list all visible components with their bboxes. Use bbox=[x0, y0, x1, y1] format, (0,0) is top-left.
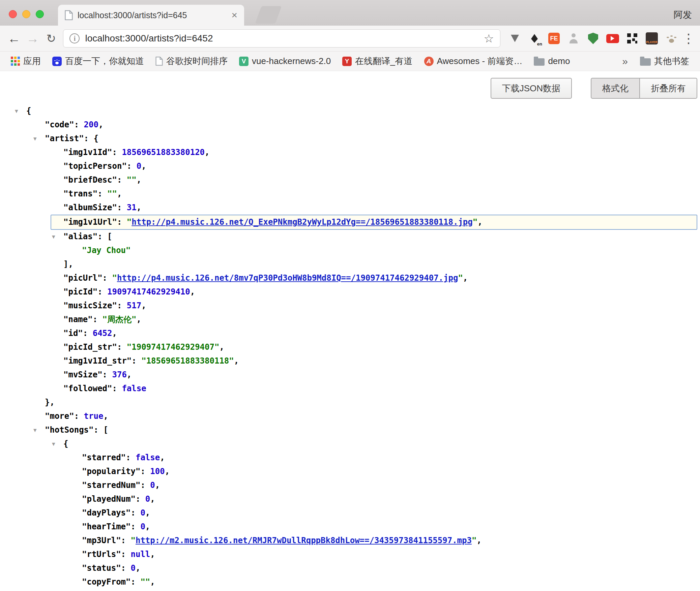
json-token: , bbox=[98, 120, 103, 129]
download-json-button[interactable]: 下载JSON数据 bbox=[491, 78, 572, 99]
bookmark-label: 谷歌按时间排序 bbox=[166, 55, 228, 67]
close-window-button[interactable] bbox=[9, 10, 17, 18]
reload-button[interactable]: ↻ bbox=[42, 29, 60, 48]
bookmarks-overflow-icon[interactable]: » bbox=[622, 56, 628, 67]
json-token: "hotSongs" bbox=[45, 425, 94, 435]
collapse-toggle-icon[interactable]: ▼ bbox=[52, 230, 55, 244]
json-line: "img1v1Id_str": "18569651883380118", bbox=[0, 354, 700, 368]
json-token: , bbox=[141, 301, 146, 310]
apps-grid-icon bbox=[11, 57, 20, 66]
format-button[interactable]: 格式化 bbox=[591, 78, 640, 99]
bookmark-label: vue-hackernews-2.0 bbox=[252, 56, 331, 66]
bookmark-youdao[interactable]: Y 在线翻译_有道 bbox=[338, 54, 417, 68]
extension-fe-icon[interactable]: FE bbox=[545, 29, 563, 48]
json-token: : bbox=[121, 550, 131, 559]
player-badge: PLAYER bbox=[646, 40, 658, 44]
json-token: "18569651883380118" bbox=[141, 356, 234, 366]
json-token: : bbox=[74, 411, 84, 421]
collapse-toggle-icon[interactable]: ▼ bbox=[33, 132, 37, 146]
json-token: , bbox=[103, 411, 108, 421]
extension-player-icon[interactable]: PLAYER bbox=[643, 29, 661, 48]
minimize-window-button[interactable] bbox=[22, 10, 30, 18]
extension-qr-icon[interactable] bbox=[623, 29, 641, 48]
json-token: , bbox=[160, 453, 165, 462]
json-token: , bbox=[477, 217, 482, 227]
json-token: : bbox=[117, 342, 127, 352]
json-token: : bbox=[121, 563, 131, 573]
collapse-toggle-icon[interactable]: ▼ bbox=[52, 437, 55, 451]
bookmark-google-sort[interactable]: 谷歌按时间排序 bbox=[151, 54, 232, 68]
json-line: "albumSize": 31, bbox=[0, 201, 700, 215]
json-line: "hearTime": 0, bbox=[0, 520, 700, 534]
json-token: 517 bbox=[127, 301, 141, 310]
browser-toolbar: ← → ↻ i localhost:3000/artists?id=6452 ☆… bbox=[0, 26, 700, 52]
extension-shield-icon[interactable] bbox=[584, 29, 602, 48]
address-bar[interactable]: i localhost:3000/artists?id=6452 ☆ bbox=[63, 29, 500, 48]
json-token: "status" bbox=[82, 563, 121, 573]
new-tab-button[interactable] bbox=[255, 6, 282, 24]
bookmark-label: 百度一下，你就知道 bbox=[65, 55, 144, 67]
json-token: : [ bbox=[94, 425, 108, 435]
bookmark-label: Awesomes - 前端资… bbox=[437, 55, 523, 67]
json-token: "name" bbox=[63, 315, 93, 324]
json-token: "musicSize" bbox=[63, 301, 117, 310]
json-url-link[interactable]: http://p4.music.126.net/Q_ExePNkmgB2yWyL… bbox=[132, 217, 472, 227]
json-line: }, bbox=[0, 396, 700, 409]
bookmark-demo-folder[interactable]: demo bbox=[529, 55, 575, 68]
collapse-toggle-icon[interactable]: ▼ bbox=[15, 104, 18, 118]
document-icon bbox=[155, 57, 163, 66]
folder-icon bbox=[640, 58, 651, 66]
tab-strip: localhost:3000/artists?id=645 × 阿发 bbox=[0, 0, 700, 26]
json-token: "mp3Url" bbox=[82, 536, 121, 545]
json-token: "19097417462929407" bbox=[127, 342, 220, 352]
json-token: : bbox=[103, 273, 112, 283]
json-token: 200 bbox=[84, 120, 98, 129]
extension-profile-icon[interactable] bbox=[564, 29, 583, 48]
json-token: , bbox=[137, 203, 141, 212]
browser-menu-icon[interactable]: ⋮ bbox=[682, 31, 695, 46]
json-line: ▼{ bbox=[0, 104, 700, 118]
bookmark-star-icon[interactable]: ☆ bbox=[484, 32, 494, 45]
collapse-all-button[interactable]: 折叠所有 bbox=[640, 78, 697, 99]
json-token: true bbox=[84, 411, 104, 421]
json-line: "name": "周杰伦", bbox=[0, 313, 700, 326]
json-token: , bbox=[205, 148, 209, 157]
bookmark-awesomes[interactable]: A Awesomes - 前端资… bbox=[419, 54, 527, 68]
bookmark-vue-hackernews[interactable]: V vue-hackernews-2.0 bbox=[234, 55, 336, 68]
json-token: : bbox=[74, 120, 84, 129]
json-token: 31 bbox=[127, 203, 137, 212]
json-token: , bbox=[150, 494, 155, 504]
json-line-highlighted: "img1v1Url": "http://p4.music.126.net/Q_… bbox=[51, 215, 697, 230]
json-url-link[interactable]: http://p4.music.126.net/8mv7qP30Pd3oHW8b… bbox=[117, 273, 458, 283]
json-token: , bbox=[463, 273, 468, 283]
collapse-toggle-icon[interactable]: ▼ bbox=[33, 423, 37, 437]
json-token: : bbox=[127, 161, 137, 171]
json-url-link[interactable]: http://m2.music.126.net/RMJR7wDullRqppBk… bbox=[136, 536, 472, 545]
fullscreen-window-button[interactable] bbox=[36, 10, 44, 18]
extension-vimium-icon[interactable] bbox=[506, 29, 524, 48]
json-line: "id": 6452, bbox=[0, 326, 700, 340]
site-info-icon[interactable]: i bbox=[69, 33, 80, 43]
json-token: : bbox=[117, 217, 127, 227]
browser-tab[interactable]: localhost:3000/artists?id=645 × bbox=[58, 5, 244, 26]
json-line: ▼"hotSongs": [ bbox=[0, 423, 700, 437]
json-line: "mvSize": 376, bbox=[0, 368, 700, 382]
tab-close-icon[interactable]: × bbox=[231, 10, 237, 20]
bookmark-baidu[interactable]: 百度一下，你就知道 bbox=[48, 54, 149, 68]
bookmark-apps[interactable]: 应用 bbox=[6, 54, 46, 68]
url-text[interactable]: localhost:3000/artists?id=6452 bbox=[85, 33, 478, 44]
json-token: : bbox=[103, 370, 112, 379]
fe-badge: FE bbox=[548, 33, 560, 44]
other-bookmarks-folder[interactable]: 其他书签 bbox=[635, 54, 694, 68]
extension-youtube-icon[interactable] bbox=[604, 29, 622, 48]
json-token: "picUrl" bbox=[63, 273, 103, 283]
extension-translate-icon[interactable]: en bbox=[525, 29, 544, 48]
json-token: 100 bbox=[150, 467, 165, 476]
json-line: ▼"alias": [ bbox=[0, 230, 700, 244]
back-button[interactable]: ← bbox=[5, 29, 23, 48]
json-token: , bbox=[219, 342, 224, 352]
json-token: "popularity" bbox=[82, 467, 140, 476]
json-token: { bbox=[63, 439, 68, 448]
json-token: : bbox=[132, 356, 141, 366]
extension-paw-icon[interactable] bbox=[662, 29, 680, 48]
